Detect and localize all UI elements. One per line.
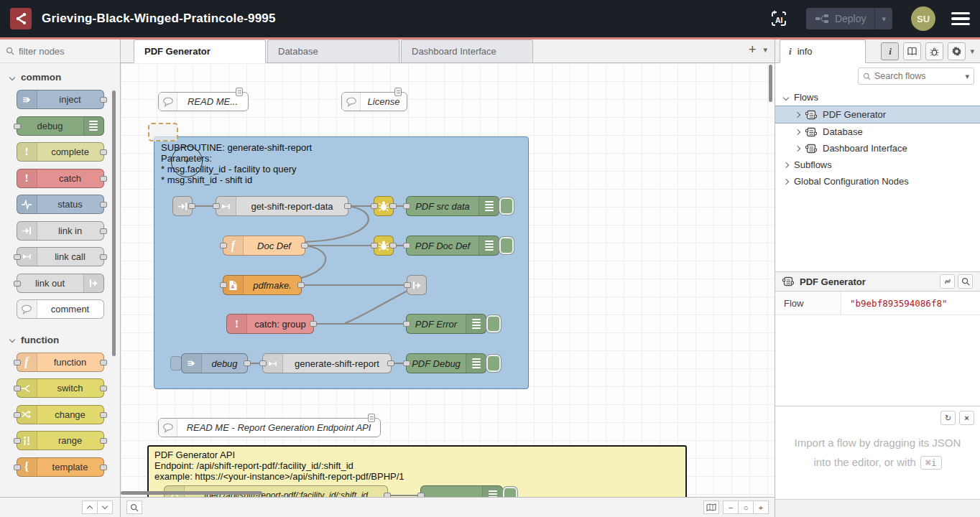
palette-node-link-out[interactable]: link out bbox=[17, 274, 104, 293]
tree-subflows[interactable]: Subflows bbox=[775, 157, 980, 173]
palette-node-link-call[interactable]: link call bbox=[17, 247, 104, 266]
port-out[interactable] bbox=[244, 360, 251, 366]
port-out[interactable] bbox=[301, 243, 308, 248]
port-in[interactable] bbox=[14, 386, 21, 391]
node-debug-partial[interactable] bbox=[420, 485, 503, 497]
port-out[interactable] bbox=[100, 412, 107, 418]
port-out[interactable] bbox=[100, 202, 107, 208]
port-out[interactable] bbox=[310, 321, 317, 327]
palette-node-comment[interactable]: comment bbox=[17, 299, 104, 319]
port-out[interactable] bbox=[297, 282, 305, 288]
palette-node-status[interactable]: status bbox=[17, 195, 104, 214]
port-in[interactable] bbox=[371, 243, 378, 248]
palette-node-catch[interactable]: ! catch bbox=[17, 169, 104, 188]
comment-readme-api[interactable]: READ ME - Report Generation Endpoint API bbox=[158, 418, 381, 437]
palette-scroll-up-button[interactable] bbox=[82, 500, 98, 514]
palette-node-debug[interactable]: debug bbox=[17, 116, 104, 136]
search-flows-button[interactable] bbox=[126, 500, 142, 514]
main-menu-button[interactable] bbox=[951, 12, 970, 26]
palette-node-change[interactable]: change bbox=[17, 405, 104, 424]
tree-global-configuration-nodes[interactable]: Global Configuration Nodes bbox=[775, 173, 980, 190]
palette-scrollbar[interactable] bbox=[112, 90, 116, 356]
port-in[interactable] bbox=[14, 412, 21, 418]
palette-scroll-down-button[interactable] bbox=[97, 500, 113, 514]
refresh-button[interactable]: ↻ bbox=[940, 411, 956, 425]
zoom-to-flow-button[interactable] bbox=[958, 274, 973, 289]
port-out[interactable] bbox=[344, 203, 351, 209]
port-in[interactable] bbox=[213, 203, 220, 209]
port-in[interactable] bbox=[403, 243, 410, 248]
sidebar-debug-button[interactable] bbox=[925, 42, 943, 60]
debug-toggle-button[interactable] bbox=[486, 315, 501, 332]
copy-link-button[interactable] bbox=[940, 274, 955, 289]
port-in[interactable] bbox=[14, 254, 21, 260]
port-out[interactable] bbox=[100, 149, 107, 155]
search-options-caret[interactable]: ▾ bbox=[965, 72, 969, 81]
node-doc-def[interactable]: f Doc Def bbox=[223, 236, 305, 256]
deploy-options-button[interactable]: ▾ bbox=[874, 8, 892, 29]
palette-node-inject[interactable]: inject bbox=[17, 90, 104, 109]
palette-node-function[interactable]: f function bbox=[17, 353, 104, 372]
port-out[interactable] bbox=[100, 465, 107, 470]
palette-filter-input[interactable] bbox=[19, 46, 105, 57]
node-pdfmake[interactable]: A pdfmake. bbox=[223, 275, 302, 295]
comment-readme-top[interactable]: READ ME... bbox=[158, 92, 249, 111]
node-bug-2[interactable] bbox=[374, 236, 394, 256]
deploy-main-segment[interactable]: Deploy bbox=[806, 8, 875, 29]
palette-node-complete[interactable]: ! complete bbox=[17, 142, 104, 162]
search-flows-box[interactable]: ▾ bbox=[858, 67, 974, 85]
canvas-horizontal-scrollbar[interactable] bbox=[121, 491, 262, 495]
flow-list-button[interactable]: ▾ bbox=[763, 45, 767, 55]
port-out[interactable] bbox=[389, 203, 397, 209]
sidebar-config-button[interactable] bbox=[948, 42, 966, 60]
port-in[interactable] bbox=[14, 465, 21, 470]
node-link-in[interactable] bbox=[172, 196, 193, 216]
user-avatar[interactable]: SU bbox=[911, 6, 935, 31]
zoom-out-button[interactable]: − bbox=[723, 500, 739, 514]
debug-toggle-button[interactable] bbox=[499, 197, 514, 215]
zoom-reset-button[interactable]: ○ bbox=[738, 500, 754, 514]
palette-node-link-in[interactable]: link in bbox=[17, 221, 104, 241]
palette-node-template[interactable]: { template bbox=[17, 457, 104, 477]
zoom-in-button[interactable]: + bbox=[753, 500, 769, 514]
palette-node-range[interactable]: range bbox=[17, 431, 104, 450]
port-in[interactable] bbox=[220, 243, 227, 248]
node-catch-group[interactable]: ! catch: group bbox=[226, 314, 314, 334]
port-in[interactable] bbox=[14, 281, 21, 287]
node-pdf-error[interactable]: PDF Error bbox=[406, 314, 486, 334]
node-inject-debug[interactable]: debug bbox=[181, 353, 248, 373]
port-in[interactable] bbox=[403, 321, 410, 327]
palette-node-switch[interactable]: switch bbox=[17, 378, 104, 398]
port-out[interactable] bbox=[100, 97, 107, 103]
tree-flows[interactable]: Flows bbox=[775, 89, 980, 106]
debug-toggle-button[interactable] bbox=[486, 355, 501, 372]
port-out[interactable] bbox=[100, 438, 107, 444]
port-in[interactable] bbox=[403, 360, 410, 366]
tree-item-pdf-generator[interactable]: PDF Generator bbox=[775, 106, 980, 124]
add-flow-button[interactable]: + bbox=[749, 43, 757, 56]
port-in[interactable] bbox=[14, 360, 21, 365]
port-out[interactable] bbox=[100, 228, 107, 234]
port-in[interactable] bbox=[14, 124, 21, 129]
port-in[interactable] bbox=[403, 203, 410, 209]
port-in[interactable] bbox=[14, 438, 21, 444]
tab-info[interactable]: i info bbox=[780, 39, 866, 63]
debug-toggle-button[interactable] bbox=[503, 487, 517, 497]
port-out[interactable] bbox=[100, 254, 107, 260]
palette-category-common[interactable]: common bbox=[0, 63, 120, 90]
canvas-vertical-scrollbar[interactable] bbox=[769, 65, 772, 102]
port-out[interactable] bbox=[100, 386, 107, 391]
close-icon[interactable]: × bbox=[959, 411, 974, 425]
sidebar-info-tool-button[interactable]: i bbox=[881, 42, 899, 60]
node-bug-1[interactable] bbox=[374, 196, 394, 216]
debug-toggle-button[interactable] bbox=[499, 237, 514, 254]
port-out[interactable] bbox=[100, 176, 107, 182]
sidebar-tabs-menu-button[interactable]: ▾ bbox=[970, 47, 974, 56]
flow-canvas[interactable]: SUBROUTINE: generate-shift-report Parame… bbox=[121, 63, 775, 497]
port-out[interactable] bbox=[100, 360, 107, 365]
port-in[interactable] bbox=[417, 493, 425, 497]
deploy-button[interactable]: Deploy ▾ bbox=[806, 8, 892, 29]
node-pdf-doc-def[interactable]: PDF Doc Def bbox=[406, 236, 499, 256]
node-pdf-src-data[interactable]: PDF src data bbox=[406, 196, 499, 216]
comment-license[interactable]: License bbox=[341, 92, 407, 111]
